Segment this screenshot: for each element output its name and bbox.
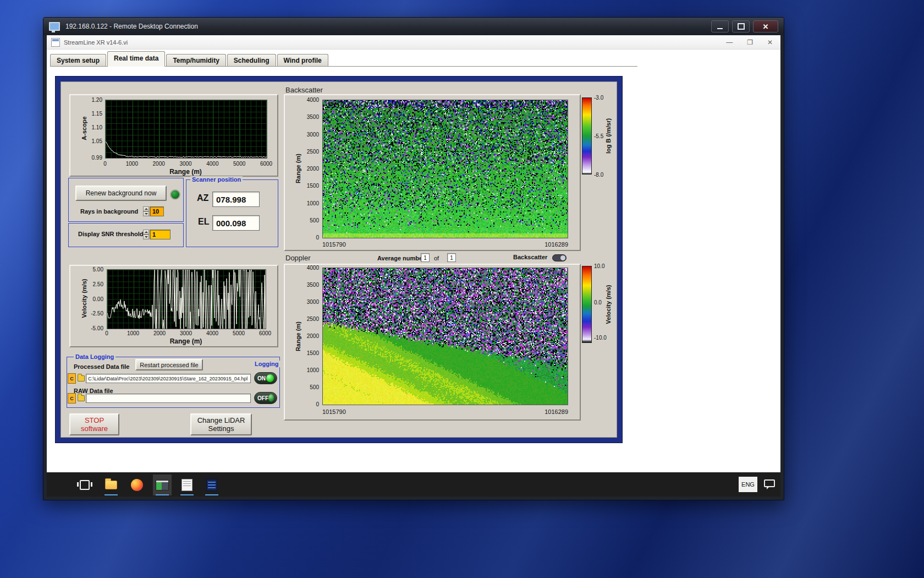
taskbar-firefox-button[interactable] [128, 475, 146, 495]
taskbar-streamline-button[interactable] [153, 475, 172, 495]
processed-data-file-path[interactable]: C:\Lidar\Data\Proc\2023\202309\20230915\… [86, 374, 251, 383]
change-lidar-settings-button[interactable]: Change LiDAR Settings [190, 413, 252, 435]
processed-logging-toggle[interactable]: ON [254, 372, 277, 384]
velocity-yticks-label: 5.00 [93, 266, 103, 272]
raw-path-folder-icon[interactable] [78, 395, 85, 401]
restart-processed-file-label: Restart processed file [140, 362, 198, 368]
velocity-yticks-label: 0.00 [93, 296, 103, 302]
snr-threshold-field[interactable]: 1 [150, 230, 170, 239]
language-indicator[interactable]: ENG [739, 477, 757, 492]
doppler-plot-area [322, 268, 568, 405]
restart-processed-file-button[interactable]: Restart processed file [135, 359, 203, 370]
average-number-field[interactable]: 1 [421, 253, 430, 262]
background-renew-led [170, 189, 180, 200]
backscatter-display-toggle[interactable] [552, 254, 566, 261]
velocity-yticks-label: 2.50 [93, 281, 103, 287]
change-button-line1: Change LiDAR [197, 416, 245, 424]
velocity-xticks-label: 5000 [233, 330, 245, 336]
scanner-position-title: Scanner position [190, 176, 243, 183]
colorbar-tick: 10.0 [594, 263, 604, 269]
ascope-plot-area [105, 100, 267, 159]
dp-yticks-label: 3000 [307, 299, 319, 305]
rdp-window: 192.168.0.122 - Remote Desktop Connectio… [43, 17, 784, 500]
velocity-xticks-label: 1000 [127, 330, 139, 336]
bs-yticks-label: 500 [310, 217, 319, 223]
dp-yticks-label: 4000 [307, 265, 319, 271]
open-app-indicator [156, 494, 169, 495]
rays-in-background-label: Rays in background [80, 208, 138, 215]
azimuth-label: AZ [197, 193, 208, 203]
change-button-line2: Settings [208, 424, 234, 433]
processed-path-folder-icon[interactable] [78, 375, 85, 381]
velocity-xticks-label: 4000 [206, 330, 218, 336]
taskbar-scan-scheduler-button[interactable] [178, 475, 196, 495]
stop-software-button[interactable]: STOP software [69, 413, 119, 435]
velocity-xticks-label: 2000 [153, 330, 166, 336]
app-titlebar[interactable]: StreamLine XR v14-6.vi — ❐ ✕ [47, 35, 780, 50]
ascope-yticks-label: 0.99 [92, 155, 102, 161]
spinner-up-icon[interactable] [143, 206, 149, 211]
colorbar-tick: -3.0 [594, 95, 603, 101]
bs-yticks-label: 1000 [307, 200, 319, 206]
dp-yticks-label: 2500 [307, 316, 319, 322]
taskbar-file-explorer-button[interactable] [102, 475, 120, 495]
spinner-up-icon[interactable] [143, 230, 149, 235]
renew-background-button[interactable]: Renew background now [75, 186, 167, 201]
toggle-off-led [268, 394, 274, 402]
backscatter-x-end: 1016289 [544, 241, 568, 248]
main-panel: A-scope 1.201.151.101.050.99 01000200030… [56, 77, 622, 443]
open-app-indicator [205, 494, 218, 495]
minimize-icon [717, 28, 723, 29]
rays-spinner[interactable] [143, 206, 149, 216]
scanner-position-group-box [186, 179, 278, 247]
spinner-down-icon[interactable] [143, 211, 149, 216]
tab-system-setup[interactable]: System setup [50, 54, 106, 67]
backscatter-plot-area [322, 100, 568, 238]
backscatter-x-start: 1015790 [322, 241, 346, 248]
spinner-down-icon[interactable] [143, 235, 149, 239]
tab-temp-humidity[interactable]: Temp/humidity [166, 54, 226, 67]
average-total-field[interactable]: 1 [447, 253, 456, 262]
velocity-canvas [107, 270, 266, 329]
taskbar-task-view-button[interactable] [75, 475, 94, 495]
chat-icon[interactable] [764, 479, 775, 487]
elevation-value-field[interactable]: 000.098 [212, 215, 260, 231]
logging-label: Logging [253, 361, 280, 367]
tab-wind-profile[interactable]: Wind profile [277, 54, 328, 67]
tab-bar: System setup Real time data Temp/humidit… [50, 52, 637, 67]
doppler-plot-title: Doppler [285, 254, 311, 262]
velocity-xticks-label: 6000 [259, 330, 271, 336]
file-explorer-icon [105, 481, 117, 489]
tab-real-time-data[interactable]: Real time data [107, 51, 165, 67]
colorbar-tick: 0.0 [594, 299, 602, 305]
snr-spinner[interactable] [143, 230, 149, 239]
rdp-maximize-button[interactable] [732, 20, 750, 32]
ascope-xticks-label: 1000 [126, 161, 138, 167]
elevation-label: EL [198, 217, 209, 227]
processed-path-drive-badge[interactable]: C [68, 373, 76, 384]
app-minimize-button[interactable]: — [726, 39, 733, 46]
doppler-colorbar [582, 266, 592, 343]
app-close-button[interactable]: ✕ [767, 39, 773, 46]
rdp-minimize-button[interactable] [711, 20, 729, 32]
ascope-x-axis-label: Range (m) [105, 168, 266, 176]
ascope-xticks-label: 6000 [260, 161, 272, 167]
tab-scheduling[interactable]: Scheduling [227, 54, 276, 67]
rdp-close-button[interactable]: ✕ [753, 20, 778, 32]
raw-data-file-path[interactable] [86, 394, 251, 403]
colorbar-tick: -5.5 [594, 133, 603, 139]
maximize-icon [738, 23, 745, 30]
document-app-icon [206, 479, 217, 491]
taskbar-document-app-button[interactable] [202, 475, 221, 495]
raw-logging-toggle[interactable]: OFF [254, 392, 277, 404]
colorbar-tick: -8.0 [594, 172, 603, 178]
rdp-titlebar[interactable]: 192.168.0.122 - Remote Desktop Connectio… [43, 18, 784, 35]
ascope-canvas [106, 100, 267, 158]
rdp-window-title: 192.168.0.122 - Remote Desktop Connectio… [65, 23, 711, 30]
backscatter-heatmap-canvas [323, 100, 568, 238]
dp-yticks-label: 2000 [307, 333, 319, 339]
azimuth-value-field[interactable]: 078.998 [212, 192, 260, 207]
app-maximize-button[interactable]: ❐ [747, 39, 753, 46]
raw-path-drive-badge[interactable]: C [68, 393, 76, 403]
rays-in-background-field[interactable]: 10 [150, 206, 164, 216]
